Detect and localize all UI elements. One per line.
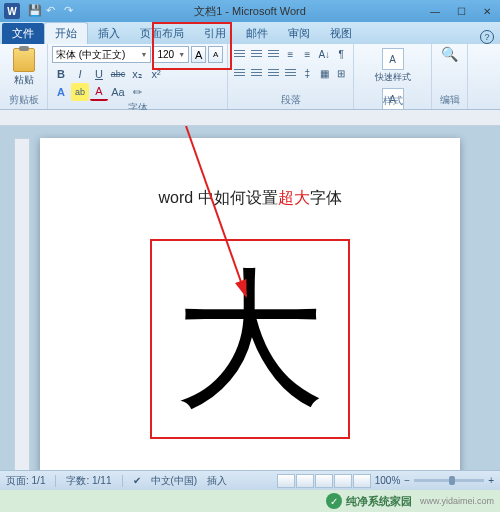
sort-button[interactable]: A↓ xyxy=(316,46,332,63)
underline-button[interactable]: U xyxy=(90,65,108,83)
shrink-font-button[interactable]: A xyxy=(208,46,223,63)
font-color-button[interactable]: A xyxy=(90,83,108,101)
qat-undo-icon[interactable]: ↶ xyxy=(46,4,60,18)
tab-insert[interactable]: 插入 xyxy=(88,23,130,44)
spellcheck-icon[interactable]: ✔ xyxy=(133,475,141,486)
styles-icon: A xyxy=(382,48,404,70)
zoom-in-button[interactable]: + xyxy=(488,475,494,486)
group-clipboard: 粘贴 剪贴板 xyxy=(0,44,48,109)
group-editing: 🔍 编辑 xyxy=(432,44,468,109)
tab-references[interactable]: 引用 xyxy=(194,23,236,44)
chevron-down-icon: ▼ xyxy=(178,51,185,58)
tab-home[interactable]: 开始 xyxy=(44,22,88,44)
watermark-name: 纯净系统家园 xyxy=(346,494,412,509)
shading-button[interactable]: ▦ xyxy=(316,65,332,82)
ribbon-tabs: 文件 开始 插入 页面布局 引用 邮件 审阅 视图 ? xyxy=(0,22,500,44)
align-center-button[interactable] xyxy=(249,65,265,82)
document-page[interactable]: word 中如何设置超大字体 大 xyxy=(40,138,460,486)
web-view[interactable] xyxy=(315,474,333,488)
draft-view[interactable] xyxy=(353,474,371,488)
justify-button[interactable] xyxy=(283,65,299,82)
line-spacing-button[interactable]: ‡ xyxy=(299,65,315,82)
borders-button[interactable]: ⊞ xyxy=(333,65,349,82)
align-right-button[interactable] xyxy=(266,65,282,82)
numbering-button[interactable] xyxy=(249,46,265,63)
paste-button[interactable]: 粘贴 xyxy=(4,46,43,87)
bold-button[interactable]: B xyxy=(52,65,70,83)
watermark-url: www.yidaimei.com xyxy=(420,496,494,506)
subscript-button[interactable]: x₂ xyxy=(128,65,146,83)
document-heading: word 中如何设置超大字体 xyxy=(80,188,420,209)
decrease-indent-button[interactable]: ≡ xyxy=(283,46,299,63)
group-paragraph: ≡ ≡ A↓ ¶ ‡ ▦ ⊞ 段落 xyxy=(228,44,354,109)
status-insert-mode[interactable]: 插入 xyxy=(207,474,227,488)
clipboard-icon xyxy=(13,48,35,72)
watermark: ✓ 纯净系统家园 www.yidaimei.com xyxy=(0,490,500,512)
quick-styles-button[interactable]: A 快速样式 xyxy=(358,46,427,86)
highlight-button[interactable]: ab xyxy=(71,83,89,101)
grow-font-button[interactable]: A xyxy=(191,46,206,63)
group-styles: A 快速样式 A 更改样式 样式 xyxy=(354,44,432,109)
view-buttons xyxy=(277,474,371,488)
watermark-logo-icon: ✓ xyxy=(326,493,342,509)
font-size-select[interactable]: 120▼ xyxy=(153,46,189,63)
status-words[interactable]: 字数: 1/11 xyxy=(66,474,111,488)
chevron-down-icon: ▼ xyxy=(140,51,147,58)
qat-redo-icon[interactable]: ↷ xyxy=(64,4,78,18)
horizontal-ruler[interactable] xyxy=(0,110,500,126)
zoom-slider[interactable] xyxy=(414,479,484,482)
group-font: 宋体 (中文正文)▼ 120▼ A A B I U abc x₂ x² A ab… xyxy=(48,44,228,109)
change-case-button[interactable]: Aa xyxy=(109,83,127,101)
vertical-ruler[interactable] xyxy=(14,138,30,478)
find-icon[interactable]: 🔍 xyxy=(441,46,458,62)
outline-view[interactable] xyxy=(334,474,352,488)
minimize-button[interactable]: — xyxy=(422,3,448,19)
maximize-button[interactable]: ☐ xyxy=(448,3,474,19)
help-icon[interactable]: ? xyxy=(480,30,494,44)
bullets-button[interactable] xyxy=(232,46,248,63)
document-area: word 中如何设置超大字体 大 xyxy=(0,126,500,486)
status-language[interactable]: 中文(中国) xyxy=(151,474,198,488)
tab-mailings[interactable]: 邮件 xyxy=(236,23,278,44)
text-effects-button[interactable]: A xyxy=(52,83,70,101)
fullscreen-view[interactable] xyxy=(296,474,314,488)
zoom-level[interactable]: 100% xyxy=(375,475,401,486)
align-left-button[interactable] xyxy=(232,65,248,82)
close-button[interactable]: ✕ xyxy=(474,3,500,19)
print-layout-view[interactable] xyxy=(277,474,295,488)
clear-format-button[interactable]: ✏ xyxy=(128,83,146,101)
window-title: 文档1 - Microsoft Word xyxy=(194,4,306,19)
tab-view[interactable]: 视图 xyxy=(320,23,362,44)
titlebar: W 💾 ↶ ↷ 文档1 - Microsoft Word — ☐ ✕ xyxy=(0,0,500,22)
increase-indent-button[interactable]: ≡ xyxy=(299,46,315,63)
word-app-icon: W xyxy=(4,3,20,19)
superscript-button[interactable]: x² xyxy=(147,65,165,83)
ribbon: 粘贴 剪贴板 宋体 (中文正文)▼ 120▼ A A B I U abc x₂ … xyxy=(0,44,500,110)
tab-review[interactable]: 审阅 xyxy=(278,23,320,44)
show-marks-button[interactable]: ¶ xyxy=(333,46,349,63)
italic-button[interactable]: I xyxy=(71,65,89,83)
status-bar: 页面: 1/1 字数: 1/11 ✔ 中文(中国) 插入 100% − + xyxy=(0,470,500,490)
qat-save-icon[interactable]: 💾 xyxy=(28,4,42,18)
quick-access-toolbar: 💾 ↶ ↷ xyxy=(28,4,78,18)
tab-file[interactable]: 文件 xyxy=(2,23,44,44)
tab-page-layout[interactable]: 页面布局 xyxy=(130,23,194,44)
zoom-out-button[interactable]: − xyxy=(404,475,410,486)
multilevel-button[interactable] xyxy=(266,46,282,63)
status-page[interactable]: 页面: 1/1 xyxy=(6,474,45,488)
font-name-select[interactable]: 宋体 (中文正文)▼ xyxy=(52,46,151,63)
strike-button[interactable]: abc xyxy=(109,65,127,83)
big-character-box: 大 xyxy=(150,239,350,439)
